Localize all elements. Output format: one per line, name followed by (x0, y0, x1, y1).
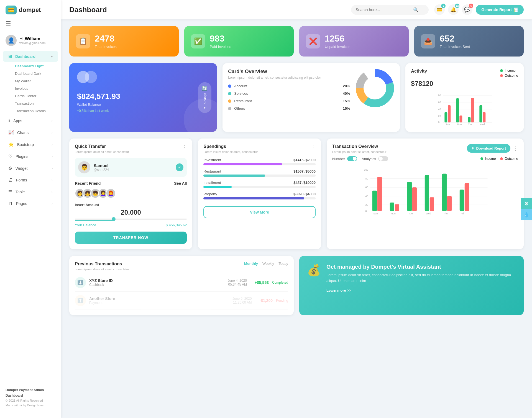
generate-report-button[interactable]: Generate Report 📊 (476, 5, 524, 15)
va-desc: Lorem ipsum dolor sit amet, consectetur … (326, 272, 516, 284)
wallet-icon-btn[interactable]: 💳 2 (434, 4, 445, 15)
account-label: Account (234, 84, 340, 88)
quick-transfer-menu-btn[interactable]: ⋮ (182, 144, 187, 150)
tab-today[interactable]: Today (278, 261, 288, 267)
toggle-number: Number (332, 156, 357, 161)
chevron-right-icon: › (52, 202, 53, 206)
tx-income-legend: Income (480, 157, 496, 161)
total-invoices-label: Total Invoices (95, 45, 117, 49)
water-float-btn[interactable]: 💧 (521, 209, 532, 220)
balance-value: $ 456,345.62 (166, 223, 187, 227)
subnav-my-wallet[interactable]: My Wallet (12, 77, 61, 85)
tx-row-info: Another Store Payment (89, 296, 115, 305)
quick-transfer-desc: Lorem ipsum dolor sit amet, consectetur (75, 150, 129, 153)
plugins-icon: ♡ (8, 154, 12, 159)
overview-section: Card's Overview Lorem ipsum dolor sit am… (228, 69, 394, 114)
number-toggle[interactable] (347, 156, 357, 161)
selected-person[interactable]: 👨 Samuel @sam224 ✓ (75, 158, 187, 177)
transfer-now-button[interactable]: TRANSFER NOW (75, 232, 187, 244)
slider-thumb[interactable] (112, 217, 116, 221)
restaurant-bar (203, 175, 265, 177)
drop-icon: 💧 (523, 212, 530, 218)
subnav-dashboard-light[interactable]: Dashboard Light (12, 62, 61, 70)
account-dot (228, 84, 231, 88)
transfer-amount: 20.000 (75, 209, 187, 216)
user-greeting: Hi,William (19, 36, 45, 41)
sidebar-item-plugins[interactable]: ♡ Plugins › (3, 151, 58, 162)
wallet-badge: 2 (441, 4, 446, 8)
sidebar-item-pages[interactable]: 🗒 Pages › (3, 198, 58, 209)
header-icons: 💳 2 🔔 12 💬 5 Generate Report 📊 (434, 4, 524, 15)
settings-float-btn[interactable]: ⚙ (521, 198, 532, 209)
amount-slider[interactable] (75, 219, 187, 221)
subnav-transaction[interactable]: Transaction (12, 100, 61, 107)
svg-text:0: 0 (438, 121, 440, 124)
see-all-link[interactable]: See All (174, 181, 187, 186)
income-label: Income (505, 69, 515, 73)
subnav-invoices[interactable]: Invoices (12, 85, 61, 92)
chevron-right-icon: › (52, 119, 53, 123)
sidebar-item-widget[interactable]: ⚙ Widget › (3, 163, 58, 174)
subnav-cards-center[interactable]: Cards Center (12, 92, 61, 100)
download-report-button[interactable]: ⬇ Download Report (467, 144, 510, 153)
sidebar-item-bootstrap[interactable]: ⭐ Bootstrap › (3, 139, 58, 150)
unpaid-invoices-label: Unpaid Invoices (325, 45, 351, 49)
chevron-right-icon: › (52, 143, 53, 147)
pages-icon: 🗒 (8, 201, 13, 206)
notification-icon-btn[interactable]: 🔔 12 (448, 4, 459, 15)
bar-wed-outcome (483, 112, 486, 122)
refresh-icon: 🔄 (202, 86, 208, 91)
friend-avatar-5[interactable]: 👩‍🦰 (106, 188, 116, 198)
analytics-toggle[interactable] (378, 156, 388, 161)
message-icon-btn[interactable]: 💬 5 (462, 4, 472, 15)
bar-mon-outcome (395, 204, 399, 211)
analytics-toggle-knob (379, 157, 383, 161)
view-more-button[interactable]: View More (203, 206, 315, 218)
unpaid-invoices-icon: ❌ (306, 34, 320, 48)
svg-text:0: 0 (365, 210, 367, 212)
bar-sun-income (445, 112, 447, 122)
spending-property: Property $3890 /$4000 (203, 192, 315, 199)
search-input[interactable] (355, 7, 411, 12)
sidebar-item-label: Pages (16, 201, 27, 206)
others-dot (228, 107, 231, 110)
tab-monthly[interactable]: Monthly (244, 261, 258, 267)
lower-row: Quick Transfer Lorem ipsum dolor sit ame… (69, 139, 524, 249)
svg-text:Sun: Sun (446, 123, 450, 125)
total-invoices-icon: 📋 (76, 34, 90, 48)
va-learn-more-link[interactable]: Learn more >> (326, 288, 351, 293)
sidebar: dompet ☰ 👤 Hi,William william@gmail.com … (0, 0, 61, 418)
svg-text:80: 80 (365, 177, 368, 180)
sidebar-item-forms[interactable]: 🖨 Forms › (3, 175, 58, 185)
sidebar-item-apps[interactable]: ℹ Apps › (3, 115, 58, 126)
hamburger-menu[interactable]: ☰ (0, 20, 61, 32)
tx-name: XYZ Store ID (89, 278, 113, 283)
spendings-menu-btn[interactable]: ⋮ (311, 144, 316, 150)
card-circle-2 (85, 71, 97, 83)
sidebar-item-dashboard[interactable]: ⊞ Dashboard ▾ (3, 51, 58, 62)
bar-chart-icon: 📊 (513, 7, 518, 12)
widget-icon: ⚙ (8, 166, 12, 171)
sidebar-item-table[interactable]: ☰ Table › (3, 186, 58, 197)
bar-tue-outcome (412, 187, 417, 211)
tab-weekly[interactable]: Weekly (262, 261, 274, 267)
subnav-transaction-details[interactable]: Transaction Details (12, 107, 61, 115)
bottom-row: Previous Transactions Lorem ipsum dolor … (69, 256, 524, 315)
search-icon[interactable]: 🔍 (413, 7, 419, 12)
tx-overview-menu-btn[interactable]: ⋮ (513, 145, 518, 152)
wallet-change-button[interactable]: 🔄 Change ▾ (198, 82, 211, 113)
chevron-right-icon: › (52, 155, 53, 158)
sent-invoices-value: 652 (440, 34, 470, 43)
previous-transactions-card: Previous Transactions Lorem ipsum dolor … (69, 256, 294, 315)
stat-card-paid-invoices: ✅ 983 Paid Invoices (184, 26, 294, 57)
number-toggle-label: Number (332, 157, 345, 161)
svg-text:40: 40 (365, 195, 368, 198)
outcome-dot (500, 74, 503, 77)
subnav-dashboard-dark[interactable]: Dashboard Dark (12, 70, 61, 77)
restaurant-dot (228, 99, 231, 103)
restaurant-amount: $1567 /$5000 (293, 169, 316, 173)
quick-transfer-card: Quick Transfer Lorem ipsum dolor sit ame… (69, 139, 192, 249)
sidebar-item-charts[interactable]: 📈 Charts › (3, 127, 58, 138)
quick-transfer-title: Quick Transfer (75, 144, 129, 149)
svg-text:Tue: Tue (408, 212, 413, 215)
